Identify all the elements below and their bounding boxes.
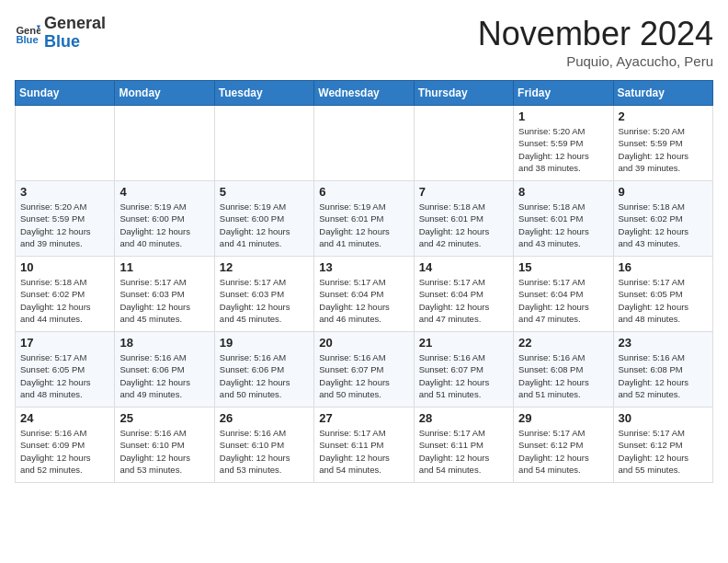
day-cell: 21Sunrise: 5:16 AM Sunset: 6:07 PM Dayli…: [414, 332, 513, 408]
day-cell: 12Sunrise: 5:17 AM Sunset: 6:03 PM Dayli…: [214, 257, 313, 332]
day-cell: 19Sunrise: 5:16 AM Sunset: 6:06 PM Dayli…: [214, 332, 313, 408]
day-number: 7: [419, 185, 508, 199]
weekday-header-sunday: Sunday: [16, 81, 115, 106]
day-info: Sunrise: 5:16 AM Sunset: 6:07 PM Dayligh…: [419, 351, 508, 400]
week-row-4: 17Sunrise: 5:17 AM Sunset: 6:05 PM Dayli…: [16, 332, 713, 408]
day-number: 21: [419, 336, 508, 350]
week-row-3: 10Sunrise: 5:18 AM Sunset: 6:02 PM Dayli…: [16, 257, 713, 332]
day-info: Sunrise: 5:17 AM Sunset: 6:12 PM Dayligh…: [619, 427, 708, 476]
day-info: Sunrise: 5:17 AM Sunset: 6:03 PM Dayligh…: [220, 276, 309, 325]
day-number: 2: [619, 109, 708, 123]
day-info: Sunrise: 5:20 AM Sunset: 5:59 PM Dayligh…: [619, 125, 708, 174]
day-number: 23: [619, 336, 708, 350]
day-info: Sunrise: 5:18 AM Sunset: 6:02 PM Dayligh…: [20, 276, 109, 325]
day-info: Sunrise: 5:16 AM Sunset: 6:10 PM Dayligh…: [119, 427, 209, 476]
day-number: 22: [518, 336, 608, 350]
weekday-header-friday: Friday: [514, 81, 613, 106]
day-number: 11: [119, 260, 209, 274]
weekday-header-tuesday: Tuesday: [214, 81, 313, 106]
day-info: Sunrise: 5:17 AM Sunset: 6:11 PM Dayligh…: [419, 427, 508, 476]
day-info: Sunrise: 5:17 AM Sunset: 6:03 PM Dayligh…: [119, 276, 209, 325]
logo-text: General Blue: [44, 15, 106, 52]
day-cell: 14Sunrise: 5:17 AM Sunset: 6:04 PM Dayli…: [414, 257, 513, 332]
day-info: Sunrise: 5:19 AM Sunset: 6:00 PM Dayligh…: [119, 201, 209, 249]
day-info: Sunrise: 5:16 AM Sunset: 6:08 PM Dayligh…: [619, 351, 708, 400]
logo-general: General: [44, 15, 106, 33]
day-number: 10: [20, 260, 109, 274]
week-row-1: 1Sunrise: 5:20 AM Sunset: 5:59 PM Daylig…: [16, 106, 713, 181]
logo-icon: General Blue: [15, 20, 40, 46]
day-cell: 25Sunrise: 5:16 AM Sunset: 6:10 PM Dayli…: [115, 408, 214, 483]
day-info: Sunrise: 5:17 AM Sunset: 6:11 PM Dayligh…: [319, 427, 408, 476]
day-cell: 11Sunrise: 5:17 AM Sunset: 6:03 PM Dayli…: [115, 257, 214, 332]
day-cell: 26Sunrise: 5:16 AM Sunset: 6:10 PM Dayli…: [214, 408, 313, 483]
day-number: 17: [20, 336, 109, 350]
day-info: Sunrise: 5:17 AM Sunset: 6:05 PM Dayligh…: [20, 351, 109, 400]
day-number: 3: [20, 185, 109, 199]
title-area: November 2024 Puquio, Ayacucho, Peru: [478, 15, 713, 69]
day-cell: 27Sunrise: 5:17 AM Sunset: 6:11 PM Dayli…: [314, 408, 414, 483]
page-header: General Blue General Blue November 2024 …: [15, 15, 713, 69]
day-cell: [214, 106, 313, 181]
day-number: 24: [20, 411, 109, 425]
day-number: 28: [419, 411, 508, 425]
weekday-header-saturday: Saturday: [613, 81, 712, 106]
day-number: 15: [518, 260, 608, 274]
day-info: Sunrise: 5:17 AM Sunset: 6:04 PM Dayligh…: [419, 276, 508, 325]
day-cell: 24Sunrise: 5:16 AM Sunset: 6:09 PM Dayli…: [16, 408, 115, 483]
logo: General Blue General Blue: [15, 15, 106, 52]
day-cell: 23Sunrise: 5:16 AM Sunset: 6:08 PM Dayli…: [613, 332, 712, 408]
day-cell: 7Sunrise: 5:18 AM Sunset: 6:01 PM Daylig…: [414, 181, 513, 257]
day-number: 27: [319, 411, 408, 425]
day-info: Sunrise: 5:17 AM Sunset: 6:05 PM Dayligh…: [619, 276, 708, 325]
day-number: 9: [619, 185, 708, 199]
day-cell: 4Sunrise: 5:19 AM Sunset: 6:00 PM Daylig…: [115, 181, 214, 257]
location-subtitle: Puquio, Ayacucho, Peru: [478, 53, 713, 69]
day-cell: [314, 106, 414, 181]
day-number: 4: [119, 185, 209, 199]
day-info: Sunrise: 5:17 AM Sunset: 6:04 PM Dayligh…: [518, 276, 608, 325]
day-info: Sunrise: 5:20 AM Sunset: 5:59 PM Dayligh…: [20, 201, 109, 249]
day-number: 8: [518, 185, 608, 199]
day-info: Sunrise: 5:16 AM Sunset: 6:10 PM Dayligh…: [220, 427, 309, 476]
day-info: Sunrise: 5:17 AM Sunset: 6:12 PM Dayligh…: [518, 427, 608, 476]
day-number: 16: [619, 260, 708, 274]
month-title: November 2024: [478, 15, 713, 53]
day-cell: 28Sunrise: 5:17 AM Sunset: 6:11 PM Dayli…: [414, 408, 513, 483]
day-cell: 29Sunrise: 5:17 AM Sunset: 6:12 PM Dayli…: [514, 408, 613, 483]
day-info: Sunrise: 5:18 AM Sunset: 6:02 PM Dayligh…: [619, 201, 708, 249]
day-number: 12: [220, 260, 309, 274]
day-cell: 5Sunrise: 5:19 AM Sunset: 6:00 PM Daylig…: [214, 181, 313, 257]
day-info: Sunrise: 5:16 AM Sunset: 6:09 PM Dayligh…: [20, 427, 109, 476]
day-cell: 9Sunrise: 5:18 AM Sunset: 6:02 PM Daylig…: [613, 181, 712, 257]
day-number: 1: [518, 109, 608, 123]
day-info: Sunrise: 5:18 AM Sunset: 6:01 PM Dayligh…: [518, 201, 608, 249]
day-info: Sunrise: 5:16 AM Sunset: 6:08 PM Dayligh…: [518, 351, 608, 400]
day-info: Sunrise: 5:16 AM Sunset: 6:06 PM Dayligh…: [220, 351, 309, 400]
day-number: 26: [220, 411, 309, 425]
day-info: Sunrise: 5:18 AM Sunset: 6:01 PM Dayligh…: [419, 201, 508, 249]
day-cell: 2Sunrise: 5:20 AM Sunset: 5:59 PM Daylig…: [613, 106, 712, 181]
logo-blue: Blue: [44, 33, 106, 52]
day-cell: 3Sunrise: 5:20 AM Sunset: 5:59 PM Daylig…: [16, 181, 115, 257]
day-cell: [414, 106, 513, 181]
weekday-header-thursday: Thursday: [414, 81, 513, 106]
day-number: 18: [119, 336, 209, 350]
day-cell: [115, 106, 214, 181]
day-cell: 17Sunrise: 5:17 AM Sunset: 6:05 PM Dayli…: [16, 332, 115, 408]
weekday-header-monday: Monday: [115, 81, 214, 106]
day-cell: 8Sunrise: 5:18 AM Sunset: 6:01 PM Daylig…: [514, 181, 613, 257]
day-number: 20: [319, 336, 408, 350]
day-cell: 18Sunrise: 5:16 AM Sunset: 6:06 PM Dayli…: [115, 332, 214, 408]
day-number: 30: [619, 411, 708, 425]
weekday-header-row: SundayMondayTuesdayWednesdayThursdayFrid…: [16, 81, 713, 106]
weekday-header-wednesday: Wednesday: [314, 81, 414, 106]
day-number: 6: [319, 185, 408, 199]
calendar-table: SundayMondayTuesdayWednesdayThursdayFrid…: [15, 80, 713, 483]
day-info: Sunrise: 5:16 AM Sunset: 6:07 PM Dayligh…: [319, 351, 408, 400]
day-cell: 6Sunrise: 5:19 AM Sunset: 6:01 PM Daylig…: [314, 181, 414, 257]
day-cell: 16Sunrise: 5:17 AM Sunset: 6:05 PM Dayli…: [613, 257, 712, 332]
day-info: Sunrise: 5:16 AM Sunset: 6:06 PM Dayligh…: [119, 351, 209, 400]
day-cell: 15Sunrise: 5:17 AM Sunset: 6:04 PM Dayli…: [514, 257, 613, 332]
day-cell: [16, 106, 115, 181]
